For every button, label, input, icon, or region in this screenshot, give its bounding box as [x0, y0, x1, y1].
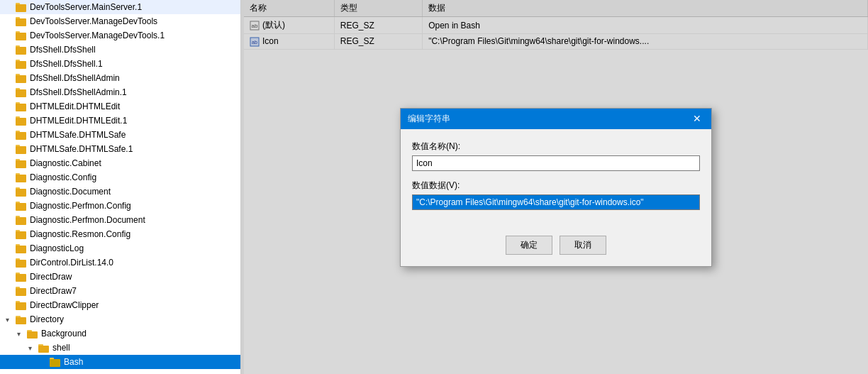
folder-icon: [16, 200, 27, 211]
tree-item[interactable]: Diagnostic.Config: [0, 170, 240, 185]
tree-item-label: Diagnostic.Perfmon.Config: [30, 201, 131, 211]
svg-rect-21: [16, 146, 26, 154]
svg-rect-27: [16, 189, 26, 197]
tree-item-label: Diagnostic.Cabinet: [30, 158, 101, 168]
dialog-title: 编辑字符串: [408, 113, 450, 125]
tree-item-label: DfsShell.DfsShell.1: [30, 59, 103, 69]
data-field-group: 数值数据(V):: [412, 180, 700, 210]
tree-item-label: shell: [52, 343, 70, 353]
name-input[interactable]: [412, 155, 700, 171]
tree-item[interactable]: DfsShell.DfsShellAdmin.1: [0, 85, 240, 99]
folder-icon: [16, 271, 27, 282]
svg-rect-51: [50, 359, 60, 367]
tree-item[interactable]: Diagnostic.Cabinet: [0, 156, 240, 170]
tree-item-label: DHTMLSafe.DHTMLSafe: [30, 130, 126, 140]
tree-item[interactable]: DfsShell.DfsShell: [0, 43, 240, 57]
svg-rect-45: [16, 317, 26, 324]
data-label: 数值数据(V):: [412, 180, 700, 192]
tree-item-label: DirectDraw7: [30, 286, 77, 296]
svg-rect-11: [16, 75, 26, 83]
folder-icon: [16, 172, 27, 183]
tree-item[interactable]: ▾Directory: [0, 312, 240, 326]
tree-item-label: DiagnosticLog: [30, 243, 84, 253]
tree-item[interactable]: Diagnostic.Document: [0, 185, 240, 199]
folder-icon: [16, 115, 27, 126]
tree-item[interactable]: DiagnosticLog: [0, 241, 240, 255]
svg-rect-31: [16, 217, 26, 225]
folder-icon: [16, 129, 27, 141]
tree-item[interactable]: DHTMLEdit.DHTMLEdit.1: [0, 114, 240, 128]
tree-item[interactable]: Diagnostic.Resmon.Config: [0, 227, 240, 241]
tree-item-label: DirControl.DirList.14.0: [30, 258, 113, 268]
tree-item[interactable]: DirectDraw7: [0, 284, 240, 298]
tree-item-label: Background: [41, 329, 87, 339]
dialog-close-button[interactable]: ✕: [690, 114, 704, 123]
name-field-group: 数值名称(N):: [412, 141, 700, 171]
svg-rect-25: [16, 175, 26, 182]
folder-icon: [16, 229, 27, 240]
tree-item-label: DirectDrawClipper: [30, 300, 99, 310]
tree-item-label: DfsShell.DfsShellAdmin: [30, 73, 120, 83]
folder-icon: [38, 342, 50, 353]
svg-rect-5: [16, 33, 26, 40]
folder-icon: [16, 285, 27, 297]
tree-item[interactable]: DirectDraw: [0, 270, 240, 284]
svg-rect-15: [16, 104, 26, 111]
tree-item[interactable]: DirControl.DirList.14.0: [0, 255, 240, 270]
folder-icon: [16, 30, 27, 41]
expand-arrow: ▾: [6, 316, 14, 324]
tree-item-label: Bash: [64, 357, 83, 367]
tree-item[interactable]: Diagnostic.Perfmon.Document: [0, 213, 240, 227]
tree-item[interactable]: ▾shell: [0, 341, 240, 355]
tree-item[interactable]: DfsShell.DfsShellAdmin: [0, 71, 240, 85]
expand-arrow: ▾: [17, 330, 26, 338]
folder-icon: [16, 87, 27, 98]
svg-rect-43: [16, 302, 26, 310]
folder-icon: [16, 243, 27, 254]
folder-icon: [16, 101, 27, 112]
folder-icon: [16, 314, 27, 325]
svg-rect-49: [38, 346, 49, 353]
tree-item[interactable]: DfsShell.DfsShell.1: [0, 57, 240, 71]
tree-item-label: DHTMLSafe.DHTMLSafe.1: [30, 144, 133, 154]
folder-icon: [16, 257, 27, 268]
svg-rect-13: [16, 89, 26, 97]
tree-item[interactable]: DirectDrawClipper: [0, 298, 240, 312]
tree-item[interactable]: DevToolsServer.MainServer.1: [0, 0, 240, 14]
confirm-button[interactable]: 确定: [506, 236, 552, 255]
tree-item[interactable]: Bash: [0, 355, 240, 369]
modal-overlay: 编辑字符串 ✕ 数值名称(N): 数值数据(V): 确定: [244, 0, 868, 374]
folder-icon: [16, 72, 27, 84]
dialog-body: 数值名称(N): 数值数据(V):: [401, 129, 711, 230]
svg-rect-17: [16, 118, 26, 126]
folder-icon: [16, 58, 27, 70]
folder-icon: [16, 16, 27, 27]
cancel-button[interactable]: 取消: [560, 236, 606, 255]
svg-rect-1: [16, 4, 26, 12]
data-input[interactable]: [412, 194, 700, 210]
tree-item[interactable]: DHTMLSafe.DHTMLSafe.1: [0, 142, 240, 156]
name-label: 数值名称(N):: [412, 141, 700, 153]
tree-item-label: Diagnostic.Config: [30, 172, 96, 182]
tree-item[interactable]: DevToolsServer.ManageDevTools: [0, 14, 240, 28]
tree-item-label: DevToolsServer.ManageDevTools: [30, 16, 157, 26]
svg-rect-29: [16, 203, 26, 211]
folder-icon: [50, 356, 61, 368]
tree-item-label: DirectDraw: [30, 272, 72, 282]
svg-rect-41: [16, 288, 26, 296]
tree-item[interactable]: ▾Background: [0, 326, 240, 341]
svg-rect-3: [16, 18, 26, 26]
folder-icon: [16, 214, 27, 226]
registry-tree[interactable]: DevToolsServer.MainServer.1DevToolsServe…: [0, 0, 241, 374]
dialog-titlebar: 编辑字符串 ✕: [401, 109, 711, 129]
tree-item[interactable]: DHTMLEdit.DHTMLEdit: [0, 99, 240, 114]
tree-item[interactable]: DevToolsServer.ManageDevTools.1: [0, 28, 240, 43]
tree-item-label: DevToolsServer.ManageDevTools.1: [30, 31, 165, 40]
folder-icon: [16, 44, 27, 55]
folder-icon: [16, 299, 27, 311]
folder-icon: [16, 143, 27, 155]
tree-item[interactable]: Diagnostic.Perfmon.Config: [0, 199, 240, 213]
tree-item-label: Diagnostic.Resmon.Config: [30, 229, 130, 239]
tree-item[interactable]: DHTMLSafe.DHTMLSafe: [0, 128, 240, 142]
folder-icon: [16, 186, 27, 197]
